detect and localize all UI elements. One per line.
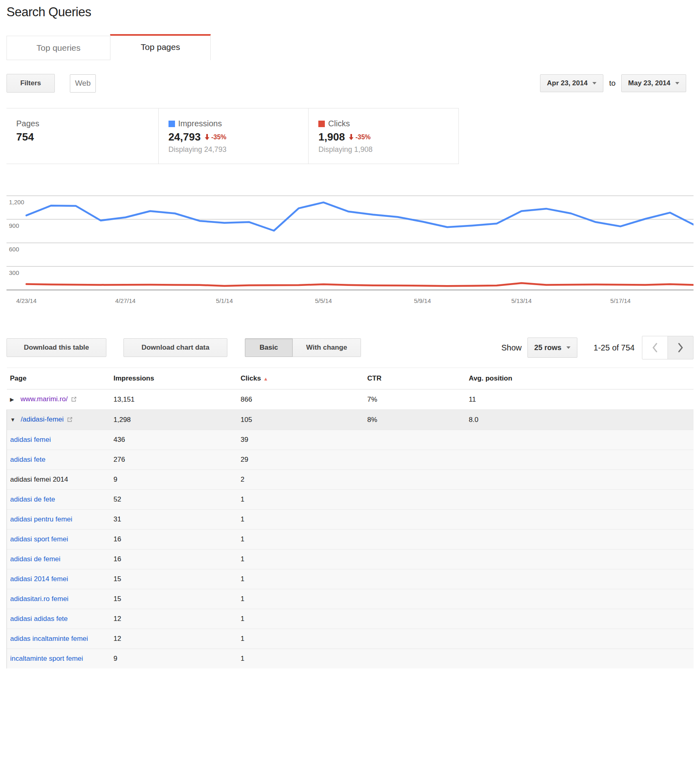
tab-top-pages[interactable]: Top pages — [110, 34, 211, 60]
avg-position-cell — [466, 530, 694, 549]
pages-label: Pages — [16, 119, 39, 128]
rows-per-page-dropdown[interactable]: 25 rows — [527, 337, 577, 358]
query-link[interactable]: adidasi 2014 femei — [10, 575, 68, 583]
query-link[interactable]: adidasi de femei — [10, 555, 60, 563]
pagination-controls: Show 25 rows 1-25 of 754 — [501, 336, 694, 359]
clicks-cell: 1 — [238, 530, 364, 549]
ctr-cell — [364, 450, 466, 470]
table-row: incaltaminte sport femei91 — [7, 649, 694, 669]
impressions-cell: 15 — [110, 589, 238, 609]
clicks-value: 1,908 — [318, 131, 345, 143]
impressions-cell: 13,151 — [110, 389, 238, 410]
table-controls: Download this table Download chart data … — [6, 336, 694, 359]
search-queries-page: Search Queries Top queries Top pages Fil… — [0, 5, 700, 668]
query-link[interactable]: adidasitari.ro femei — [10, 595, 69, 603]
impressions-legend-swatch — [169, 121, 175, 127]
column-header-impressions[interactable]: Impressions — [110, 368, 238, 389]
rows-per-page-value: 25 rows — [534, 344, 562, 352]
query-link[interactable]: adidasi pentru femei — [10, 515, 72, 523]
tab-bar: Top queries Top pages — [6, 34, 694, 60]
date-to-dropdown[interactable]: May 23, 2014 — [621, 74, 686, 92]
table-row: adidasi femei43639 — [7, 430, 694, 450]
clicks-cell: 1 — [238, 649, 364, 669]
query-cell: adidas incaltaminte femei — [7, 629, 110, 649]
svg-text:4/27/14: 4/27/14 — [115, 297, 136, 304]
download-chart-data-button[interactable]: Download chart data — [123, 338, 227, 357]
top-pages-table: Page Impressions Clicks▲ CTR Avg. positi… — [6, 368, 694, 668]
pages-value: 754 — [16, 131, 34, 143]
basic-view-button[interactable]: Basic — [245, 338, 293, 357]
download-table-button[interactable]: Download this table — [6, 338, 106, 357]
ctr-cell — [364, 510, 466, 530]
stat-impressions: Impressions 24,793 -35% Displaying 24,79… — [158, 108, 309, 164]
impressions-label: Impressions — [178, 119, 222, 128]
chart-y-axis-labels: 3006009001,200 — [9, 199, 24, 276]
previous-page-button[interactable] — [642, 336, 668, 359]
avg-position-cell — [466, 649, 694, 669]
clicks-cell: 1 — [238, 609, 364, 629]
row-range-text: 1-25 of 754 — [594, 343, 635, 353]
chart-canvas: 3006009001,200 4/23/144/27/145/1/145/5/1… — [6, 176, 694, 307]
external-link-icon — [71, 396, 77, 402]
table-row: adidasi 2014 femei151 — [7, 569, 694, 589]
web-filter-button[interactable]: Web — [70, 74, 96, 93]
clicks-label: Clicks — [328, 119, 350, 128]
query-link[interactable]: adidasi sport femei — [10, 535, 68, 543]
query-link[interactable]: adidasi adidas fete — [10, 615, 68, 623]
avg-position-cell — [466, 589, 694, 609]
page-title: Search Queries — [6, 5, 694, 19]
svg-text:1,200: 1,200 — [9, 199, 24, 205]
clicks-cell: 866 — [238, 389, 364, 410]
ctr-cell: 7% — [364, 389, 466, 410]
query-link[interactable]: adidasi fete — [10, 456, 45, 463]
query-link[interactable]: adidasi femei — [10, 436, 51, 443]
query-link[interactable]: incaltaminte sport femei — [10, 655, 83, 662]
column-header-clicks[interactable]: Clicks▲ — [238, 368, 364, 389]
avg-position-cell: 8.0 — [466, 410, 694, 430]
date-from-dropdown[interactable]: Apr 23, 2014 — [540, 74, 603, 92]
impressions-cell: 16 — [110, 530, 238, 549]
stat-pages: Pages 754 — [6, 108, 158, 164]
impressions-value: 24,793 — [169, 131, 201, 143]
page-link[interactable]: /adidasi-femei — [21, 415, 64, 423]
query-link[interactable]: adidasi de fete — [10, 495, 55, 503]
collapse-row-icon[interactable]: ▼ — [10, 415, 21, 425]
impressions-cell: 1,298 — [110, 410, 238, 430]
chart-x-axis-labels: 4/23/144/27/145/1/145/5/145/9/145/13/145… — [16, 297, 631, 304]
page-link[interactable]: www.marimi.ro/ — [21, 395, 68, 403]
view-mode-segmented-control: Basic With change — [245, 338, 361, 357]
table-row: adidasi fete27629 — [7, 450, 694, 470]
impressions-line — [26, 202, 694, 231]
impressions-cell: 436 — [110, 430, 238, 450]
avg-position-cell — [466, 450, 694, 470]
next-page-button[interactable] — [668, 336, 694, 359]
with-change-view-button[interactable]: With change — [293, 338, 361, 357]
avg-position-cell — [466, 569, 694, 589]
decrease-arrow-icon — [205, 134, 210, 140]
query-cell: adidasi sport femei — [7, 530, 110, 549]
clicks-cell: 1 — [238, 490, 364, 510]
decrease-arrow-icon — [349, 134, 354, 140]
column-header-page[interactable]: Page — [7, 368, 110, 389]
tab-top-queries[interactable]: Top queries — [6, 36, 110, 60]
expand-row-icon[interactable]: ▶ — [10, 395, 21, 404]
column-header-avg-position[interactable]: Avg. position — [466, 368, 694, 389]
impressions-cell: 15 — [110, 569, 238, 589]
query-text: adidasi femei 2014 — [10, 476, 68, 483]
ctr-cell — [364, 589, 466, 609]
clicks-cell: 1 — [238, 549, 364, 569]
impressions-cell: 31 — [110, 510, 238, 530]
table-row: adidasi de fete521 — [7, 490, 694, 510]
stat-clicks: Clicks 1,908 -35% Displaying 1,908 — [308, 108, 458, 164]
page-cell: ▶www.marimi.ro/ — [7, 389, 110, 410]
timeseries-chart: 3006009001,200 4/23/144/27/145/1/145/5/1… — [6, 176, 694, 310]
impressions-cell: 276 — [110, 450, 238, 470]
clicks-cell: 105 — [238, 410, 364, 430]
query-link[interactable]: adidas incaltaminte femei — [10, 635, 88, 642]
pager — [642, 336, 694, 359]
ctr-cell — [364, 549, 466, 569]
clicks-cell: 1 — [238, 629, 364, 649]
column-header-ctr[interactable]: CTR — [364, 368, 466, 389]
filters-button[interactable]: Filters — [6, 74, 55, 93]
ctr-cell — [364, 649, 466, 669]
